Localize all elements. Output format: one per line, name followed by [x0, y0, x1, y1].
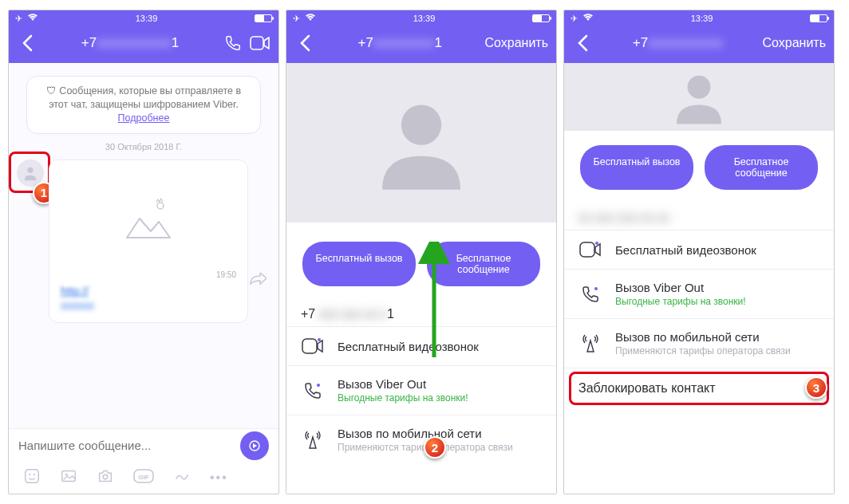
phone-call-icon[interactable]	[223, 33, 243, 53]
svg-rect-13	[302, 339, 317, 353]
free-message-button[interactable]: Бесплатное сообщение	[705, 145, 818, 190]
svg-point-9	[103, 474, 108, 479]
airplane-mode-icon: ✈	[293, 14, 300, 24]
send-button[interactable]	[240, 431, 269, 460]
airplane-mode-icon: ✈	[571, 14, 578, 24]
status-time: 13:39	[413, 14, 436, 23]
message-input[interactable]	[18, 439, 240, 452]
status-bar: ✈ 13:39	[286, 10, 556, 26]
contact-action-buttons: Бесплатный вызов Бесплатное сообщение	[564, 131, 834, 203]
contact-large-avatar	[286, 63, 556, 222]
composer	[9, 428, 278, 462]
more-icon[interactable]: •••	[210, 471, 228, 485]
camera-icon[interactable]	[97, 467, 114, 488]
viber-out-item[interactable]: Вызов Viber Out Выгодные тарифы на звонк…	[564, 269, 834, 318]
video-call-icon[interactable]	[250, 33, 270, 53]
svg-point-14	[318, 338, 321, 341]
phone-number: xx xxx xxx xx xx	[564, 203, 834, 230]
free-call-button[interactable]: Бесплатный вызов	[302, 242, 416, 286]
cell-tower-icon	[301, 431, 325, 450]
contact-header: +7xxxxxxxxxxx Сохранить	[564, 26, 834, 63]
mobile-call-item[interactable]: Вызов по мобильной сети Применяются тари…	[564, 318, 834, 368]
battery-icon	[532, 14, 550, 22]
contact-body[interactable]: Бесплатный вызов Бесплатное сообщение +7…	[286, 63, 556, 494]
wifi-icon	[27, 14, 38, 23]
viber-out-item[interactable]: Вызов Viber Out Выгодные тарифы на звонк…	[286, 365, 556, 415]
message-row: 1 19:50 http:// xxxxxx	[9, 159, 278, 323]
sticker-icon[interactable]	[23, 467, 41, 488]
svg-point-1	[27, 167, 33, 172]
free-video-call-item[interactable]: Бесплатный видеозвонок	[564, 230, 834, 269]
contact-title: +7xxxxxxxxxxx	[599, 35, 756, 51]
message-link[interactable]: http://	[61, 285, 89, 297]
svg-point-16	[688, 75, 711, 98]
svg-rect-4	[26, 470, 39, 483]
chat-body: 🛡 Сообщения, которые вы отправляете в эт…	[9, 63, 278, 428]
status-bar: ✈ 13:39	[564, 10, 834, 26]
svg-point-8	[65, 474, 68, 476]
back-icon[interactable]	[572, 33, 593, 53]
cell-tower-icon	[579, 334, 602, 353]
chat-header: +7xxxxxxxxxxx1	[9, 26, 278, 63]
date-separator: 30 Октября 2018 Г.	[9, 142, 278, 152]
svg-point-19	[594, 287, 598, 290]
message-bubble: 19:50 http:// xxxxxx	[49, 159, 248, 323]
status-bar: ✈ 13:39	[9, 10, 278, 26]
back-icon[interactable]	[294, 33, 315, 53]
step-badge-3: 3	[805, 376, 827, 399]
svg-point-5	[29, 474, 30, 475]
battery-icon	[810, 14, 827, 22]
svg-point-2	[157, 203, 164, 209]
svg-rect-0	[251, 37, 263, 49]
shield-icon: 🛡	[46, 85, 57, 96]
block-contact-item[interactable]: Заблокировать контакт 3	[564, 368, 834, 408]
svg-point-18	[595, 242, 598, 245]
gif-icon[interactable]: GIF	[133, 469, 154, 486]
svg-point-6	[34, 474, 35, 475]
status-time: 13:39	[691, 14, 713, 23]
chat-toolbar: GIF •••	[9, 462, 278, 494]
chat-title[interactable]: +7xxxxxxxxxxx1	[44, 35, 216, 51]
save-button[interactable]: Сохранить	[484, 36, 548, 50]
svg-rect-17	[580, 242, 594, 257]
status-time: 13:39	[136, 14, 158, 23]
contact-header: +7xxxxxxxxx1 Сохранить	[286, 26, 556, 63]
svg-point-12	[401, 104, 441, 144]
phone-out-icon	[579, 285, 602, 304]
free-message-button[interactable]: Бесплатное сообщение	[427, 242, 540, 286]
free-video-call-item[interactable]: Бесплатный видеозвонок	[286, 326, 556, 365]
contact-title: +7xxxxxxxxx1	[322, 35, 478, 51]
svg-text:GIF: GIF	[138, 474, 148, 481]
contact-large-avatar	[564, 63, 834, 131]
image-placeholder-icon[interactable]	[57, 171, 239, 267]
svg-point-15	[317, 384, 320, 387]
step-badge-2: 2	[424, 436, 446, 459]
learn-more-link[interactable]: Подробнее	[118, 112, 170, 124]
doodle-icon[interactable]	[173, 467, 191, 488]
battery-icon	[255, 14, 272, 22]
screen-contact-scrolled: ✈ 13:39 +7xxxxxxxxxxx Сохранить Бесплатн…	[563, 10, 835, 494]
contact-action-buttons: Бесплатный вызов Бесплатное сообщение	[286, 222, 556, 299]
free-call-button[interactable]: Бесплатный вызов	[580, 145, 693, 190]
wifi-icon	[582, 14, 594, 23]
screen-contact-info: ✈ 13:39 +7xxxxxxxxx1 Сохранить Бесплатны…	[286, 10, 557, 494]
phone-out-icon	[301, 381, 325, 400]
video-icon	[301, 338, 325, 354]
back-icon[interactable]	[17, 33, 38, 53]
message-time: 19:50	[57, 270, 239, 279]
contact-body-scrolled[interactable]: Бесплатный вызов Бесплатное сообщение xx…	[564, 63, 834, 494]
phone-number: +7 xxx xxx xx x1	[286, 299, 556, 326]
gallery-icon[interactable]	[60, 467, 77, 488]
wifi-icon	[305, 14, 316, 23]
message-link-2[interactable]: xxxxxx	[61, 299, 94, 312]
screen-chat: ✈ 13:39 +7xxxxxxxxxxx1 🛡 Сообщения, кото…	[8, 10, 279, 494]
share-icon[interactable]	[249, 273, 267, 289]
airplane-mode-icon: ✈	[15, 14, 22, 24]
encryption-notice: 🛡 Сообщения, которые вы отправляете в эт…	[26, 76, 261, 134]
save-button[interactable]: Сохранить	[762, 36, 826, 50]
video-icon	[579, 242, 602, 258]
mobile-call-item[interactable]: Вызов по мобильной сети Применяются тари…	[286, 415, 556, 464]
